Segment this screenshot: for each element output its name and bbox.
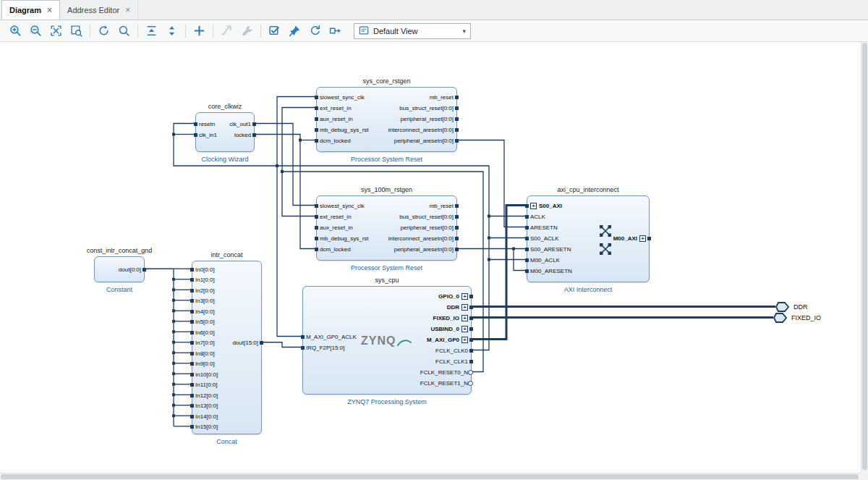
port-m_axi_gp0[interactable]: M_AXI_GP0+ — [427, 334, 468, 345]
port-peripheral_aresetn00[interactable]: peripheral_aresetn[0:0] — [394, 244, 454, 255]
horizontal-scrollbar[interactable] — [0, 473, 861, 480]
port-in1400[interactable]: In14[0:0] — [195, 411, 218, 422]
add-ip-button[interactable] — [190, 22, 209, 40]
port-pin[interactable] — [468, 381, 473, 386]
expand-plus-icon[interactable]: + — [461, 304, 468, 311]
vertical-scrollbar-thumb[interactable] — [862, 43, 867, 470]
find-button[interactable] — [114, 22, 134, 40]
port-pin[interactable] — [315, 106, 318, 110]
port-pin[interactable] — [647, 237, 651, 240]
zoom-fit-button[interactable] — [46, 22, 66, 40]
port-resetn[interactable]: resetn — [199, 119, 215, 130]
port-pin[interactable] — [190, 341, 194, 345]
port-pin[interactable] — [525, 215, 529, 219]
port-in300[interactable]: In3[0:0] — [195, 296, 215, 307]
port-in1200[interactable]: In12[0:0] — [195, 390, 218, 401]
port-fixed_io[interactable]: FIXED_IO+ — [433, 313, 468, 324]
port-mb_debug_sys_rst[interactable]: mb_debug_sys_rst — [320, 125, 369, 135]
refresh-button[interactable] — [305, 22, 325, 40]
port-pin[interactable] — [455, 106, 459, 110]
port-pin[interactable] — [190, 278, 194, 282]
port-s00_axi[interactable]: +S00_AXI — [530, 201, 562, 211]
port-bus_struct_reset00[interactable]: bus_struct_reset[0:0] — [399, 211, 454, 222]
port-aux_reset_in[interactable]: aux_reset_in — [320, 222, 353, 233]
port-interconnect_aresetn00[interactable]: interconnect_aresetn[0:0] — [388, 233, 454, 244]
port-mb_reset[interactable]: mb_reset — [430, 201, 454, 211]
port-dcm_locked[interactable]: dcm_locked — [320, 244, 351, 255]
port-pin[interactable] — [455, 117, 459, 121]
view-selector-dropdown[interactable]: Default View ▾ — [354, 23, 471, 39]
port-pin[interactable] — [469, 327, 473, 331]
port-s00_aclk[interactable]: S00_ACLK — [530, 233, 559, 244]
wire[interactable] — [472, 206, 527, 340]
port-pin[interactable] — [190, 415, 194, 418]
port-pin[interactable] — [190, 383, 194, 387]
port-ext_reset_in[interactable]: ext_reset_in — [320, 211, 352, 222]
tab-address-editor[interactable]: Address Editor× — [60, 0, 138, 20]
port-pin[interactable] — [315, 248, 318, 251]
port-pin[interactable] — [469, 338, 473, 342]
port-ext_reset_in[interactable]: ext_reset_in — [320, 103, 352, 114]
port-pin[interactable] — [301, 346, 305, 350]
wire[interactable] — [457, 140, 527, 227]
block-const_intr_concat_gnd[interactable]: const_intr_concat_gndConstantdout[0:0] — [94, 256, 145, 282]
port-pin[interactable] — [194, 133, 197, 137]
port-fclk_reset1_n[interactable]: FCLK_RESET1_N — [420, 378, 468, 389]
port-m00_aresetn[interactable]: M00_ARESETN — [530, 266, 572, 277]
port-pin[interactable] — [190, 362, 194, 366]
port-fclk_reset0_n[interactable]: FCLK_RESET0_N — [420, 367, 468, 378]
port-aresetn[interactable]: ARESETN — [530, 222, 558, 233]
port-dout150[interactable]: dout[15:0] — [232, 338, 258, 349]
port-pin[interactable] — [455, 128, 459, 132]
port-pin[interactable] — [315, 117, 318, 121]
port-fclk_clk1[interactable]: FCLK_CLK1 — [435, 356, 468, 367]
port-pin[interactable] — [190, 373, 194, 376]
vertical-scrollbar[interactable] — [861, 42, 868, 473]
port-pin[interactable] — [525, 237, 529, 240]
validate-design-button[interactable] — [265, 22, 284, 40]
port-pin[interactable] — [190, 310, 194, 313]
port-in1500[interactable]: In15[0:0] — [195, 422, 218, 433]
zoom-to-selection-button[interactable] — [67, 22, 86, 40]
port-pin[interactable] — [252, 133, 256, 137]
expand-all-button[interactable] — [162, 22, 182, 40]
zoom-out-button[interactable] — [26, 22, 46, 40]
port-pin[interactable] — [525, 226, 529, 230]
port-bus_struct_reset00[interactable]: bus_struct_reset[0:0] — [399, 103, 454, 114]
block-axi_cpu_interconnect[interactable]: axi_cpu_interconnectAXI Interconnect+S00… — [527, 195, 650, 282]
pin-button[interactable] — [285, 22, 305, 40]
port-pin[interactable] — [455, 248, 459, 251]
port-pin[interactable] — [455, 139, 459, 143]
port-pin[interactable] — [455, 226, 459, 230]
expand-plus-icon[interactable]: + — [461, 337, 468, 343]
port-pin[interactable] — [260, 341, 263, 345]
port-interconnect_aresetn00[interactable]: interconnect_aresetn[0:0] — [388, 125, 454, 135]
port-mb_debug_sys_rst[interactable]: mb_debug_sys_rst — [320, 233, 369, 244]
port-aclk[interactable]: ACLK — [530, 211, 545, 222]
external-port-ddr[interactable]: DDR — [775, 302, 808, 312]
port-pin[interactable] — [315, 226, 318, 230]
port-in400[interactable]: In4[0:0] — [195, 306, 215, 317]
port-slowest_sync_clk[interactable]: slowest_sync_clk — [320, 201, 365, 211]
port-pin[interactable] — [315, 139, 318, 143]
wire[interactable] — [262, 342, 302, 348]
tab-diagram[interactable]: Diagram× — [1, 0, 60, 20]
tab-close-icon[interactable]: × — [125, 6, 130, 14]
port-m00_aclk[interactable]: M00_ACLK — [530, 255, 560, 266]
wire[interactable] — [255, 124, 316, 206]
tab-close-icon[interactable]: × — [47, 6, 52, 14]
expand-plus-icon[interactable]: + — [530, 203, 537, 209]
external-port-fixed_io[interactable]: FIXED_IO — [773, 313, 821, 323]
port-in1100[interactable]: In11[0:0] — [195, 380, 218, 391]
wire[interactable] — [282, 172, 316, 216]
port-pin[interactable] — [190, 352, 194, 355]
port-pin[interactable] — [525, 269, 529, 273]
port-m_axi_gp0_aclk[interactable]: M_AXI_GP0_ACLK — [306, 332, 357, 342]
port-in500[interactable]: In5[0:0] — [195, 317, 215, 328]
port-pin[interactable] — [315, 96, 318, 99]
port-in1000[interactable]: In10[0:0] — [195, 369, 218, 380]
port-in1300[interactable]: In13[0:0] — [195, 401, 218, 412]
port-in700[interactable]: In7[0:0] — [195, 338, 215, 349]
port-pin[interactable] — [469, 306, 473, 309]
block-core_clkwiz[interactable]: core_clkwizClocking Wizardresetnclk_in1c… — [195, 112, 255, 152]
